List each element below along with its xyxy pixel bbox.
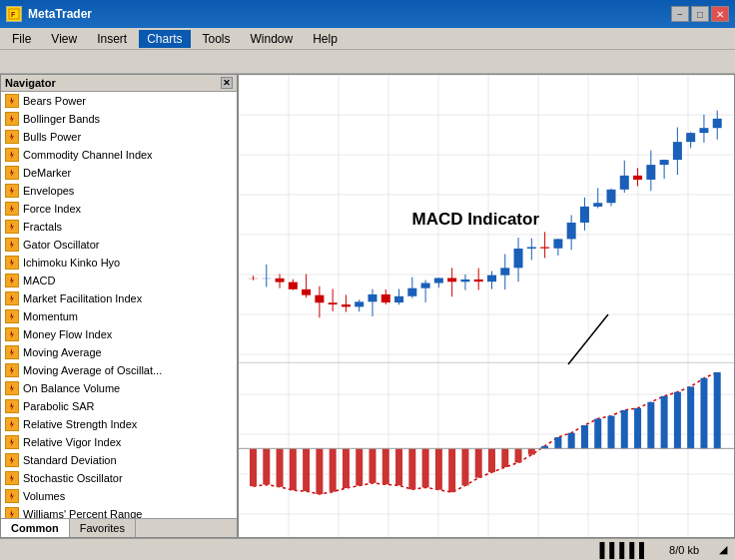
nav-item[interactable]: Envelopes [1, 182, 237, 200]
menu-view[interactable]: View [43, 30, 85, 48]
nav-item-icon [5, 381, 19, 395]
title-bar-left: F MetaTrader [6, 6, 92, 22]
nav-item[interactable]: DeMarker [1, 164, 237, 182]
navigator-header: Navigator ✕ [1, 75, 237, 92]
menu-file[interactable]: File [4, 30, 39, 48]
nav-item-icon [5, 238, 19, 252]
nav-item-icon [5, 202, 19, 216]
nav-item[interactable]: MACD [1, 272, 237, 289]
navigator-title: Navigator [5, 77, 56, 89]
nav-item-label: Ichimoku Kinko Hyo [23, 257, 120, 269]
nav-item-label: Momentum [23, 310, 78, 322]
nav-item[interactable]: Ichimoku Kinko Hyo [1, 254, 237, 272]
menu-help[interactable]: Help [305, 30, 346, 48]
nav-item[interactable]: Stochastic Oscillator [1, 469, 237, 487]
nav-item[interactable]: Volumes [1, 487, 237, 505]
nav-item-icon [5, 256, 19, 270]
svg-text:F: F [11, 11, 16, 18]
bars-icon: ▌▌▌▌▌ [599, 542, 649, 558]
chart-area[interactable]: MACD Indicator [238, 74, 735, 538]
menu-insert[interactable]: Insert [89, 30, 135, 48]
nav-item-icon [5, 274, 19, 287]
nav-item-icon [5, 220, 19, 234]
nav-item[interactable]: Bears Power [1, 92, 237, 110]
nav-item-icon [5, 363, 19, 377]
nav-item-icon [5, 112, 19, 126]
nav-item-icon [5, 345, 19, 359]
nav-item-label: Standard Deviation [23, 454, 117, 466]
nav-item-label: On Balance Volume [23, 382, 120, 394]
menu-charts[interactable]: Charts [139, 30, 190, 48]
tab-favorites[interactable]: Favorites [70, 519, 136, 537]
main-window: F MetaTrader − □ ✕ File View Insert Char… [0, 0, 735, 560]
nav-item-label: Volumes [23, 490, 65, 502]
navigator-panel: Navigator ✕ Bears Power Bollinger Bands … [0, 74, 238, 538]
menu-window[interactable]: Window [243, 30, 302, 48]
nav-item[interactable]: Moving Average [1, 343, 237, 361]
nav-item[interactable]: Moving Average of Oscillat... [1, 361, 237, 379]
navigator-close-button[interactable]: ✕ [221, 77, 233, 89]
nav-item-icon [5, 148, 19, 162]
nav-item-label: Relative Strength Index [23, 418, 137, 430]
status-info: 8/0 kb [669, 544, 699, 556]
nav-item[interactable]: On Balance Volume [1, 379, 237, 397]
nav-item[interactable]: Gator Oscillator [1, 236, 237, 254]
app-title: MetaTrader [28, 7, 92, 21]
title-bar: F MetaTrader − □ ✕ [0, 0, 735, 28]
nav-item[interactable]: Market Facilitation Index [1, 289, 237, 307]
nav-item-label: Market Facilitation Index [23, 292, 142, 304]
status-scroll: ◢ [719, 543, 727, 556]
status-chart-icon: ▌▌▌▌▌ [599, 542, 649, 558]
nav-item-label: Commodity Channel Index [23, 149, 153, 161]
minimize-button[interactable]: − [671, 6, 689, 22]
nav-item-label: Money Flow Index [23, 328, 112, 340]
nav-item-icon [5, 184, 19, 198]
nav-item[interactable]: Parabolic SAR [1, 397, 237, 415]
nav-item-icon [5, 453, 19, 467]
close-button[interactable]: ✕ [711, 6, 729, 22]
nav-item-icon [5, 166, 19, 180]
nav-item[interactable]: Bulls Power [1, 128, 237, 146]
nav-item-label: Parabolic SAR [23, 400, 95, 412]
nav-item-label: MACD [23, 275, 55, 286]
macd-indicator-label: MACD Indicator [412, 210, 540, 230]
nav-item-label: Envelopes [23, 185, 74, 197]
toolbar [0, 50, 735, 74]
menu-bar: File View Insert Charts Tools Window Hel… [0, 28, 735, 50]
nav-item[interactable]: Williams' Percent Range [1, 505, 237, 518]
nav-item-icon [5, 435, 19, 449]
nav-item[interactable]: Standard Deviation [1, 451, 237, 469]
nav-item[interactable]: Bollinger Bands [1, 110, 237, 128]
nav-item-label: Relative Vigor Index [23, 436, 121, 448]
nav-item-icon [5, 309, 19, 323]
nav-item-icon [5, 471, 19, 485]
nav-item-label: Bulls Power [23, 131, 81, 143]
nav-item[interactable]: Fractals [1, 218, 237, 236]
app-icon: F [6, 6, 22, 22]
menu-tools[interactable]: Tools [195, 30, 239, 48]
maximize-button[interactable]: □ [691, 6, 709, 22]
scroll-icon: ◢ [719, 543, 727, 556]
tab-common[interactable]: Common [1, 519, 70, 537]
nav-item[interactable]: Relative Strength Index [1, 415, 237, 433]
nav-item-icon [5, 399, 19, 413]
nav-item-icon [5, 130, 19, 144]
nav-item-label: Fractals [23, 221, 62, 233]
nav-item-icon [5, 507, 19, 518]
navigator-list[interactable]: Bears Power Bollinger Bands Bulls Power … [1, 92, 237, 518]
nav-item-label: Moving Average [23, 346, 102, 358]
nav-item[interactable]: Money Flow Index [1, 325, 237, 343]
content-area: Navigator ✕ Bears Power Bollinger Bands … [0, 74, 735, 538]
nav-item[interactable]: Relative Vigor Index [1, 433, 237, 451]
nav-item-label: Gator Oscillator [23, 239, 99, 251]
nav-item-icon [5, 291, 19, 305]
nav-item[interactable]: Force Index [1, 200, 237, 218]
nav-item-icon [5, 94, 19, 108]
title-bar-controls: − □ ✕ [671, 6, 729, 22]
nav-item[interactable]: Commodity Channel Index [1, 146, 237, 164]
nav-item-icon [5, 489, 19, 503]
nav-item-icon [5, 327, 19, 341]
kb-info: 8/0 kb [669, 544, 699, 556]
nav-item-label: Moving Average of Oscillat... [23, 364, 162, 376]
nav-item[interactable]: Momentum [1, 307, 237, 325]
